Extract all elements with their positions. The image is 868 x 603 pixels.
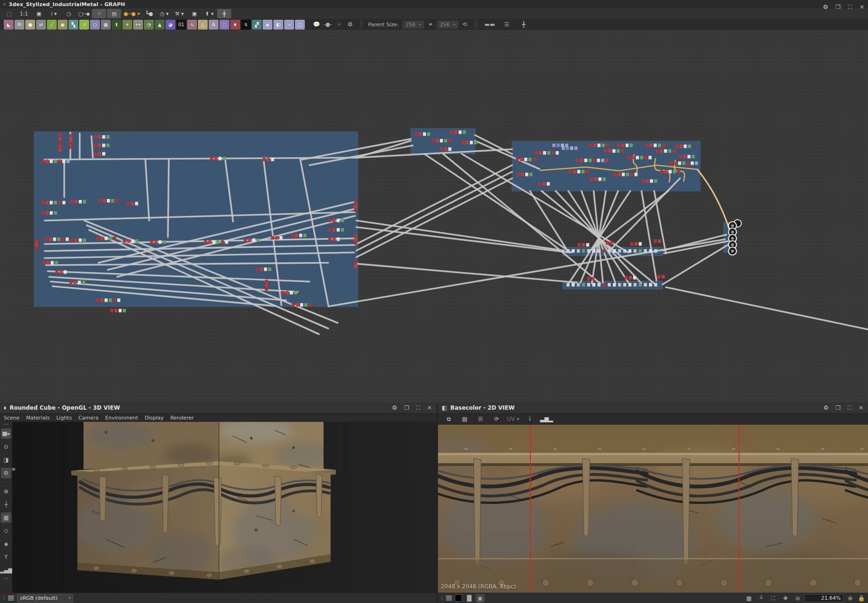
blur-node[interactable]: ● xyxy=(25,20,35,30)
strip-drag-handle[interactable]: ══ xyxy=(4,424,8,426)
frame-select-button[interactable]: ⬚ xyxy=(2,9,16,18)
share-graph-icon[interactable]: ⑂ xyxy=(334,21,344,28)
bit-switch-node[interactable]: ↯ xyxy=(241,20,251,30)
clean-button[interactable]: ⬆ ▾ xyxy=(202,9,216,18)
curve-points-node[interactable]: ∿ xyxy=(187,20,197,30)
crop-select-node[interactable]: ⬚ xyxy=(219,20,229,30)
link-icon[interactable]: ⚭ xyxy=(425,21,436,28)
environment-image-icon[interactable]: ◨ xyxy=(1,455,11,465)
wire-sphere-icon[interactable]: ⊕ xyxy=(1,486,11,496)
menu-lights[interactable]: Lights xyxy=(56,415,77,421)
comment-bubble-icon[interactable]: 💬 xyxy=(311,21,322,28)
graph-view-button[interactable]: ⑂ xyxy=(92,9,106,18)
float-window-icon[interactable]: ❐ xyxy=(404,405,409,411)
blend-node[interactable]: ⧉ xyxy=(15,20,24,30)
zoom-actual-size-button[interactable]: 1:1 xyxy=(17,9,31,18)
pin-icon[interactable]: ❂ xyxy=(392,405,397,411)
maximize-icon[interactable]: ⛶ xyxy=(848,4,852,10)
curve-box-node[interactable]: ∽ xyxy=(284,20,294,30)
dither-01-node[interactable]: 01 xyxy=(176,20,186,30)
snap-grid-button[interactable]: ╋ xyxy=(217,9,231,18)
uv-select[interactable]: UV ▾ xyxy=(506,414,521,424)
screenshot-button[interactable]: ▣ xyxy=(32,9,46,18)
view3d-viewport[interactable] xyxy=(12,422,437,593)
view2d-viewport[interactable]: 2048 x 2048 (RGBA, 8bpc) xyxy=(438,425,868,593)
paste-icon[interactable]: ⎘ xyxy=(474,414,488,424)
pin-icon[interactable]: ❂ xyxy=(823,4,828,10)
sharpen-node[interactable]: ◉ xyxy=(58,20,68,30)
channels-layers-icon[interactable] xyxy=(446,595,452,601)
search-button[interactable]: ○̵ xyxy=(62,9,76,18)
tile-sampler-node[interactable]: ▦ xyxy=(101,20,111,30)
connect-plugs-icon[interactable]: ▬▬ xyxy=(484,21,495,28)
close-icon[interactable]: ✕ xyxy=(860,4,864,10)
background-swatch[interactable] xyxy=(455,595,462,602)
directional-warp-node[interactable]: ⇄ xyxy=(36,20,46,30)
export-image-icon[interactable]: ⧉ xyxy=(442,414,456,424)
camera-icon[interactable]: ■▸ xyxy=(1,428,11,439)
bitmap-node[interactable]: ◣ xyxy=(4,20,14,30)
gradient-map-node[interactable]: ◕ xyxy=(166,20,175,30)
histogram-icon[interactable]: ▂▄▆ xyxy=(1,565,11,575)
zoom-in-icon[interactable]: ⊕ xyxy=(846,595,854,602)
curve-node[interactable]: ╱ xyxy=(47,20,57,30)
pin-node-icon[interactable]: ❂ xyxy=(345,21,355,28)
menu-scene[interactable]: Scene xyxy=(4,415,25,421)
parent-size-height-select[interactable]: 256▾ xyxy=(437,20,459,29)
gear-icon[interactable]: ⚙ xyxy=(1,468,11,478)
zoom-out-icon[interactable]: ⊖ xyxy=(794,595,801,602)
cube-vertices-icon[interactable]: ◇ xyxy=(1,526,11,536)
info-button[interactable]: i ▾ xyxy=(47,9,61,18)
colorspace-select[interactable]: sRGB (default)▾ xyxy=(17,594,73,603)
node-stack-icon[interactable]: ☰ xyxy=(502,21,512,28)
portal-node[interactable]: ◧ xyxy=(273,20,283,30)
fractal-2-node[interactable]: ▞ xyxy=(252,20,262,30)
tile-grid-icon[interactable]: ▦ xyxy=(745,595,753,602)
dot-connector-button[interactable]: ●─● ▾ xyxy=(122,9,141,18)
reset-icon[interactable]: ⟲ xyxy=(460,21,470,28)
wrench-button[interactable]: ⚒ ▾ xyxy=(172,9,186,18)
menu-environment[interactable]: Environment xyxy=(105,415,143,421)
strip-drag-handle[interactable]: ══ xyxy=(4,578,8,580)
layers-button[interactable]: ▤ xyxy=(107,9,121,18)
light-node[interactable]: ☀ xyxy=(122,20,132,30)
shape-node[interactable]: ○ xyxy=(90,20,100,30)
menu-camera[interactable]: Camera xyxy=(78,415,104,421)
dot-node-icon[interactable]: -●- xyxy=(323,21,333,28)
maximize-icon[interactable]: ⛶ xyxy=(848,405,852,411)
fan-icon[interactable]: Y xyxy=(1,552,11,562)
plane-icon[interactable]: ◈ xyxy=(1,539,11,549)
timer-button[interactable]: ◷ ▾ xyxy=(157,9,171,18)
graph-canvas[interactable] xyxy=(0,30,868,402)
sphere-shape-node[interactable]: ◔ xyxy=(144,20,154,30)
material-preview-button[interactable]: ▣ xyxy=(187,9,201,18)
chain-node[interactable]: •• xyxy=(133,20,143,30)
parent-size-width-select[interactable]: 256▾ xyxy=(402,20,424,29)
text-node[interactable]: A xyxy=(209,20,219,30)
height-extrude-node[interactable]: ⬆ xyxy=(112,20,121,30)
drag-handle-icon[interactable]: ║ xyxy=(3,596,5,601)
view3d-header[interactable]: ⬧ Rounded Cube - OpenGL - 3D VIEW ❂❐⛶✕ xyxy=(0,402,437,413)
menu-display[interactable]: Display xyxy=(145,415,170,421)
align-snap-icon[interactable]: ╋ xyxy=(519,21,529,28)
elbow-connector-button[interactable]: ┗● xyxy=(142,9,156,18)
fractal-sum-node[interactable]: ▚ xyxy=(68,20,78,30)
dice-cube-icon[interactable]: ▦ xyxy=(1,512,11,523)
histogram-icon[interactable]: ▃▆▂ xyxy=(539,414,555,424)
reload-image-icon[interactable]: ⟳ xyxy=(490,414,504,424)
float-window-icon[interactable]: ❐ xyxy=(836,4,841,10)
warning-triangle-node[interactable]: △ xyxy=(198,20,208,30)
maximize-icon[interactable]: ⛶ xyxy=(416,405,420,411)
float-window-icon[interactable]: ❐ xyxy=(836,405,841,411)
close-icon[interactable]: ✕ xyxy=(427,405,432,411)
frame-node[interactable]: ▢ xyxy=(295,20,305,30)
menu-renderer[interactable]: Renderer xyxy=(170,415,199,421)
light-bulb-icon[interactable]: ⊙ xyxy=(1,442,11,452)
close-icon[interactable]: ✕ xyxy=(859,405,863,411)
link-nodes-button[interactable]: ▢─▪ xyxy=(77,9,91,18)
grayscale-diamond-node[interactable]: ◈ xyxy=(263,20,272,30)
zoom-level-field[interactable]: 21.64% xyxy=(804,594,844,602)
lock-icon[interactable]: 🔒 xyxy=(858,595,865,602)
drag-handle-icon[interactable]: ║ xyxy=(441,596,443,601)
distance-node[interactable]: ♦ xyxy=(230,20,240,30)
